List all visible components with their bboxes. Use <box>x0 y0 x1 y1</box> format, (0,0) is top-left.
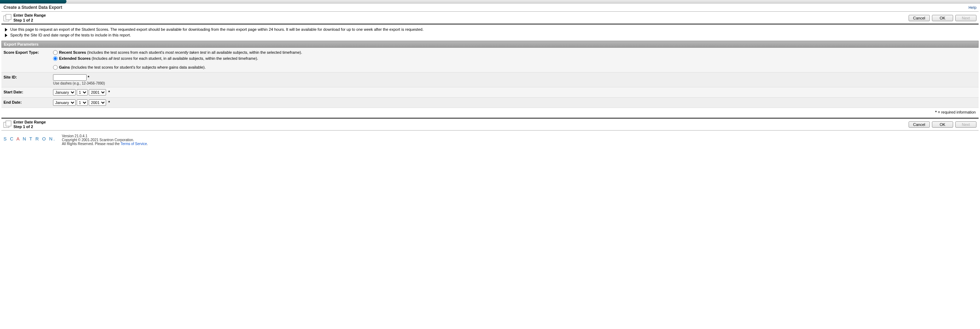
terms-of-service-link[interactable]: Terms of Service <box>121 142 147 146</box>
next-button[interactable]: Next <box>955 15 977 21</box>
label-score-type: Score Export Type: <box>3 50 53 54</box>
wizard-step: Step 1 of 2 <box>13 18 46 23</box>
wizard-bar-top: Enter Date Range Step 1 of 2 Cancel OK N… <box>2 11 978 24</box>
instruction-block: Use this page to request an export of th… <box>2 24 978 41</box>
cancel-button[interactable]: Cancel <box>908 15 930 21</box>
recent-open: (Includes the test scores from each stud… <box>86 50 165 54</box>
required-note: * = required information <box>2 108 978 117</box>
help-link[interactable]: Help <box>968 5 977 10</box>
instruction-text-2: Specify the Site ID and date range of th… <box>10 33 131 37</box>
page-title: Create a Student Data Export <box>3 5 62 10</box>
start-month-select[interactable]: January <box>53 89 76 96</box>
required-star: * <box>108 90 110 95</box>
footer: S C A N T R O N. Version 21.0.4.1 Copyri… <box>2 131 978 149</box>
recent-tail: in all available subjects, within the se… <box>207 50 302 54</box>
extended-bold: Extended Scores <box>59 56 91 61</box>
footer-copyright: Copyright © 2001-2021 Scantron Corporati… <box>62 138 148 142</box>
label-site-id: Site ID: <box>3 74 53 79</box>
cancel-button-bottom[interactable]: Cancel <box>908 121 930 128</box>
site-id-input[interactable] <box>53 74 87 81</box>
site-id-hint: Use dashes (e.g., 12-3456-7890) <box>53 81 977 85</box>
radio-gains[interactable]: Gains (Includes the test scores for stud… <box>53 64 977 70</box>
extended-open: (Includes <box>91 56 108 61</box>
bullet-arrow-icon <box>5 34 8 37</box>
required-note-text: = required information <box>937 110 976 114</box>
end-year-select[interactable]: 2001 <box>89 99 106 106</box>
extended-italic: all test scores <box>108 56 132 61</box>
gains-tail: (Includes the test scores for student's … <box>70 65 206 69</box>
radio-extended-scores[interactable]: Extended Scores (Includes all test score… <box>53 56 977 62</box>
bullet-arrow-icon <box>5 28 8 32</box>
recent-italic: most recently taken test <box>165 50 206 54</box>
label-end-date: End Date: <box>3 99 53 104</box>
nav-tab-stub <box>0 0 67 3</box>
wizard-icon <box>3 14 11 22</box>
row-site-id: Site ID: * Use dashes (e.g., 12-3456-789… <box>2 72 978 87</box>
scantron-logo: S C A N T R O N. <box>3 136 55 142</box>
wizard-title-bottom: Enter Date Range <box>13 120 46 125</box>
ok-button[interactable]: OK <box>932 15 953 21</box>
row-score-export-type: Score Export Type: Recent Scores (Includ… <box>2 48 978 72</box>
instruction-text-1: Use this page to request an export of th… <box>10 27 423 32</box>
footer-version: Version 21.0.4.1 <box>62 134 148 138</box>
extended-tail: for each student, in all available subje… <box>132 56 258 61</box>
gains-bold: Gains <box>59 65 70 69</box>
recent-bold: Recent Scores <box>59 50 86 54</box>
radio-gains-input[interactable] <box>53 65 57 70</box>
radio-recent-scores[interactable]: Recent Scores (Includes the test scores … <box>53 50 977 56</box>
end-day-select[interactable]: 1 <box>77 99 88 106</box>
footer-rights: All Rights Reserved. Please read the <box>62 142 121 146</box>
required-star: * <box>108 100 110 105</box>
label-start-date: Start Date: <box>3 89 53 94</box>
wizard-bar-bottom: Enter Date Range Step 1 of 2 Cancel OK N… <box>2 118 978 131</box>
row-end-date: End Date: January 1 2001 * <box>2 97 978 108</box>
radio-recent-input[interactable] <box>53 50 57 55</box>
start-day-select[interactable]: 1 <box>77 89 88 96</box>
footer-period: . <box>147 142 148 146</box>
top-strip <box>0 0 980 3</box>
required-star: * <box>88 75 89 80</box>
ok-button-bottom[interactable]: OK <box>932 121 953 128</box>
page-header: Create a Student Data Export Help <box>2 3 978 11</box>
wizard-icon <box>3 121 11 128</box>
wizard-step-bottom: Step 1 of 2 <box>13 125 46 129</box>
end-month-select[interactable]: January <box>53 99 76 106</box>
start-year-select[interactable]: 2001 <box>89 89 106 96</box>
section-header: Export Parameters <box>2 41 978 48</box>
radio-extended-input[interactable] <box>53 56 57 61</box>
next-button-bottom[interactable]: Next <box>955 121 977 128</box>
row-start-date: Start Date: January 1 2001 * <box>2 87 978 97</box>
wizard-title: Enter Date Range <box>13 13 46 18</box>
